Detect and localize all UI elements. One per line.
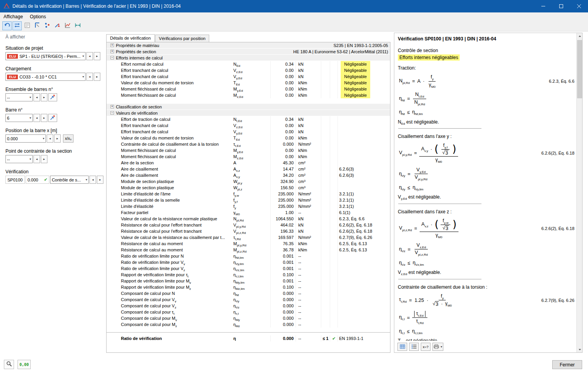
row-label: Moment fléchissant de calcul bbox=[107, 92, 233, 98]
row-note bbox=[338, 309, 390, 315]
close-dialog-button[interactable]: Fermer bbox=[552, 360, 582, 369]
position-next-button[interactable]: ► bbox=[54, 134, 61, 143]
row-symbol: fy,f bbox=[233, 197, 270, 203]
right-scrollbar[interactable] bbox=[576, 33, 582, 352]
expand-icon[interactable]: + bbox=[110, 44, 114, 47]
numbering-button[interactable]: 1 bbox=[53, 21, 62, 30]
stress-point-next-button[interactable]: ► bbox=[41, 155, 47, 163]
scroll-down-icon[interactable] bbox=[577, 347, 583, 352]
diagram-button[interactable] bbox=[63, 21, 72, 30]
row-limit bbox=[321, 272, 330, 278]
position-label: Position de la barre x [m] bbox=[5, 128, 103, 133]
print-button[interactable]: ▾ bbox=[432, 343, 443, 351]
tools-button[interactable] bbox=[33, 21, 42, 30]
row-label: Moment fléchissant de calcul bbox=[107, 86, 233, 92]
verification-ratio-field[interactable]: 0.000 ✔ bbox=[26, 176, 50, 184]
load-select[interactable]: ELU CO33 - -0.10 * CC1 ▾ bbox=[5, 73, 86, 81]
numbering-icon: 1 bbox=[54, 22, 61, 30]
row-note bbox=[338, 141, 390, 147]
undo-button[interactable] bbox=[2, 21, 12, 30]
row-label: Facteur partiel bbox=[107, 209, 233, 216]
stress-point-prev-button[interactable]: ◄ bbox=[33, 155, 40, 163]
report-button[interactable] bbox=[23, 21, 32, 30]
table-group-row[interactable]: +Propriétés de sectionHE 180 A | Euronor… bbox=[107, 49, 390, 55]
row-note: 6.2.6(2), Éq. 6.18 bbox=[338, 228, 390, 234]
table-group-row[interactable]: +Propriétés de matériauS235 | EN 1993-1-… bbox=[107, 42, 390, 49]
scrollbar-thumb[interactable] bbox=[577, 40, 582, 98]
table-row: Résistance de calcul pour l'effort tranc… bbox=[107, 222, 390, 228]
member-set-prev-button[interactable]: ◄ bbox=[33, 93, 40, 101]
row-limit bbox=[321, 278, 330, 284]
search-button[interactable] bbox=[4, 360, 14, 369]
minimize-button[interactable] bbox=[534, 0, 552, 12]
row-value: 156.50 bbox=[270, 185, 296, 191]
table-row: Valeur de calcul de la résistance au cis… bbox=[107, 234, 390, 241]
maximize-button[interactable] bbox=[552, 0, 570, 12]
expand-icon[interactable]: + bbox=[110, 50, 114, 53]
menu-bar: Affichage Options bbox=[0, 12, 588, 21]
row-value: 0.34 bbox=[270, 61, 296, 67]
collapse-icon[interactable]: − bbox=[110, 56, 114, 59]
member-next-button[interactable]: ► bbox=[41, 114, 47, 122]
member-pick-button[interactable] bbox=[48, 114, 57, 122]
situation-next-button[interactable]: ► bbox=[94, 52, 100, 60]
list-button[interactable] bbox=[409, 343, 419, 351]
expand-icon[interactable]: + bbox=[110, 105, 114, 108]
table-row: Valeur de calcul de la résistance normal… bbox=[107, 216, 390, 222]
table-group-row[interactable]: −Efforts internes de calcul bbox=[107, 55, 390, 61]
row-unit: -- bbox=[296, 278, 321, 284]
position-select[interactable]: 0.000 ▾ bbox=[5, 134, 46, 143]
situation-prev-button[interactable]: ◄ bbox=[86, 52, 93, 60]
row-value: 0.001 bbox=[270, 253, 296, 259]
row-check bbox=[330, 278, 338, 284]
situation-select[interactable]: ELU SP1 - ELU (STR/GEO) - Perm... ▾ bbox=[5, 52, 86, 60]
table-row: Module de section plastiqueWpl,y324.90cm… bbox=[107, 178, 390, 185]
verification-next-button[interactable]: ► bbox=[97, 176, 103, 184]
member-set-select[interactable]: -- ▾ bbox=[5, 93, 33, 101]
load-prev-button[interactable]: ◄ bbox=[86, 73, 93, 81]
row-label: Composant de calcul pour N bbox=[107, 290, 233, 296]
row-label: Effort tranchant de calcul bbox=[107, 73, 233, 80]
member-set-pick-button[interactable] bbox=[48, 93, 57, 101]
tab-verifications-by-position[interactable]: Vérifications par position bbox=[155, 35, 210, 42]
table-row: Ratio de vérification limite pour VzηVz,… bbox=[107, 265, 390, 272]
row-symbol: Wpl,z bbox=[233, 185, 270, 191]
position-prev-button[interactable]: ◄ bbox=[47, 134, 53, 143]
row-limit bbox=[321, 147, 330, 153]
table-group-row[interactable]: +Classification de section bbox=[107, 104, 390, 110]
menu-options[interactable]: Options bbox=[26, 13, 49, 20]
member-set-next-button[interactable]: ► bbox=[41, 93, 47, 101]
chevron-down-icon: ▾ bbox=[28, 116, 31, 120]
close-button[interactable] bbox=[570, 0, 588, 12]
result-points-button[interactable] bbox=[43, 21, 52, 30]
bottom-bar: 0,00 Fermer bbox=[0, 354, 588, 373]
row-check bbox=[330, 247, 338, 253]
tab-verification-details[interactable]: Détails de vérification bbox=[106, 34, 155, 42]
collapse-icon[interactable]: − bbox=[110, 111, 114, 115]
row-limit bbox=[321, 290, 330, 296]
section-heading: Cisaillement dans l'axe z : bbox=[398, 209, 576, 214]
math-fraction: Vz,EdVpl,z,Rd bbox=[413, 242, 430, 256]
table-group-row[interactable]: −Valeurs de vérification bbox=[107, 110, 390, 116]
row-symbol: Wpl,y bbox=[233, 178, 270, 185]
scroll-up-icon[interactable] bbox=[577, 33, 583, 39]
group-label: Classification de section bbox=[116, 105, 162, 109]
row-unit: -- bbox=[296, 303, 321, 309]
member-select[interactable]: 6 ▾ bbox=[5, 114, 33, 122]
result-value-display[interactable]: 0,00 bbox=[18, 360, 31, 369]
verification-type-select[interactable]: Contrôle de s... ▾ bbox=[50, 176, 89, 184]
verification-id-field[interactable]: SP0100 bbox=[5, 176, 25, 184]
position-value: 0.000 bbox=[7, 136, 42, 141]
verification-prev-button[interactable]: ◄ bbox=[89, 176, 96, 184]
stress-point-select[interactable]: -- ▾ bbox=[5, 155, 33, 163]
member-prev-button[interactable]: ◄ bbox=[33, 114, 40, 122]
formula-button[interactable]: x=? bbox=[421, 343, 430, 351]
menu-affichage[interactable]: Affichage bbox=[0, 13, 26, 20]
x-x0-toggle-button[interactable]: x/x₀ bbox=[63, 134, 74, 143]
result-table-button[interactable] bbox=[397, 343, 407, 351]
math-symbol: Npl,Rd bbox=[414, 99, 425, 106]
refresh-button[interactable] bbox=[12, 21, 22, 30]
dimension-button[interactable] bbox=[73, 21, 82, 30]
load-next-button[interactable]: ► bbox=[94, 73, 100, 81]
row-symbol: Vz,Ed bbox=[233, 67, 270, 73]
